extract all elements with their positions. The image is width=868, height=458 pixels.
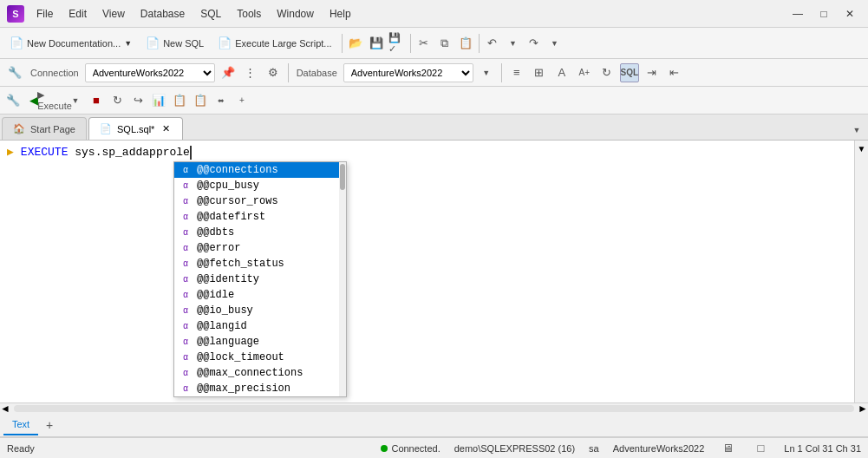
ac-item-selected[interactable]: α @@connections [174, 162, 346, 178]
toolbar-icon: 🔧 [3, 91, 23, 110]
db-dropdown[interactable]: ▼ [477, 63, 496, 82]
scroll-track[interactable] [14, 405, 854, 412]
menu-window[interactable]: Window [270, 6, 321, 22]
grid-btn[interactable]: ⊞ [530, 63, 549, 82]
step-btn[interactable]: ↪ [128, 91, 147, 110]
save-all-button[interactable]: 💾✓ [388, 34, 407, 53]
ac-var-icon-9: α [179, 304, 192, 317]
execute-list-btn[interactable]: ▼ [66, 91, 85, 110]
redo-dropdown[interactable]: ▼ [545, 34, 565, 53]
view-mode-icon[interactable]: □ [751, 439, 770, 458]
ac-item-4[interactable]: α @@dbts [174, 225, 346, 240]
output-btn[interactable]: 📋 [191, 91, 210, 110]
font-size-btn[interactable]: A+ [575, 63, 594, 82]
indent-btn[interactable]: ⇥ [643, 63, 662, 82]
connection-list[interactable]: ⋮ [241, 63, 260, 82]
main-toolbar: 📄 New Documentation... ▼ 📄 New SQL 📄 Exe… [0, 28, 868, 59]
connection-status: Connected. [381, 443, 440, 454]
bottom-tab-text[interactable]: Text [3, 415, 38, 435]
menu-sql[interactable]: SQL [193, 6, 228, 22]
menu-tools[interactable]: Tools [230, 6, 268, 22]
ac-item-9[interactable]: α @@io_busy [174, 303, 346, 318]
small-icon-1[interactable]: ⬌ [212, 91, 231, 110]
line-marker: ▶ [7, 144, 14, 161]
refresh2-btn[interactable]: ↻ [108, 91, 127, 110]
undo-button[interactable]: ↶ [483, 34, 502, 53]
editor-wrapper: ▶ EXECUTE sys. sp_addapprole α @@connect… [0, 141, 868, 402]
monitor-icon[interactable]: 🖥 [718, 439, 737, 458]
ac-label-6: @@fetch_status [197, 258, 284, 270]
new-sql-button[interactable]: 📄 New SQL [140, 31, 210, 56]
ac-var-icon-5: α [179, 242, 192, 254]
connection-options[interactable]: ⚙ [264, 63, 283, 82]
keyword-execute: EXECUTE [21, 144, 69, 161]
clock-btn[interactable]: 📊 [149, 91, 168, 110]
execute-large-script-button[interactable]: 📄 Execute Large Script... [212, 31, 337, 56]
minimize-button[interactable]: — [786, 6, 809, 22]
scroll-right-btn[interactable]: ► [858, 403, 868, 414]
menu-edit[interactable]: Edit [62, 6, 94, 22]
refresh-btn[interactable]: ↻ [597, 63, 617, 82]
sql-tab-close[interactable]: ✕ [160, 123, 172, 135]
ac-var-icon-2: α [179, 195, 192, 207]
ac-item-13[interactable]: α @@max_connections [174, 365, 346, 381]
ac-item-14[interactable]: α @@max_precision [174, 381, 346, 396]
fn-namespace: sys. [75, 144, 101, 161]
new-documentation-button[interactable]: 📄 New Documentation... ▼ [3, 31, 138, 56]
ac-label-11: @@language [197, 336, 259, 348]
open-button[interactable]: 📂 [346, 34, 365, 53]
execute-btn[interactable]: ▶ Execute [45, 91, 64, 110]
main-window: S File Edit View Database SQL Tools Wind… [0, 0, 868, 458]
ac-item-2[interactable]: α @@cursor_rows [174, 193, 346, 209]
connection-pin[interactable]: 📌 [219, 63, 238, 82]
space-1 [68, 144, 75, 161]
horizontal-scrollbar[interactable]: ◄ ► [0, 402, 868, 413]
close-button[interactable]: ✕ [839, 6, 861, 22]
tab-start-page[interactable]: 🏠 Start Page [2, 117, 87, 140]
ac-item-11[interactable]: α @@language [174, 334, 346, 350]
new-doc-dropdown-arrow[interactable]: ▼ [124, 39, 132, 48]
ac-item-12[interactable]: α @@lock_timeout [174, 350, 346, 365]
tabs-overflow-btn[interactable]: ▼ [847, 121, 866, 140]
redo-button[interactable]: ↷ [525, 34, 544, 53]
stop-btn[interactable]: ■ [87, 91, 106, 110]
ac-item-10[interactable]: α @@langid [174, 318, 346, 334]
tab-sql[interactable]: 📄 SQL.sql* ✕ [88, 117, 183, 140]
editor-line-1: ▶ EXECUTE sys. sp_addapprole [7, 144, 861, 161]
editor-content[interactable]: ▶ EXECUTE sys. sp_addapprole [0, 141, 868, 165]
cut-button[interactable]: ✂ [414, 34, 434, 53]
outdent-btn[interactable]: ⇤ [665, 63, 684, 82]
menu-database[interactable]: Database [134, 6, 192, 22]
title-bar-left: S File Edit View Database SQL Tools Wind… [7, 5, 358, 23]
ac-item-7[interactable]: α @@identity [174, 272, 346, 287]
ac-item-5[interactable]: α @@error [174, 240, 346, 256]
copy-button[interactable]: ⧉ [435, 34, 454, 53]
save-button[interactable]: 💾 [367, 34, 386, 53]
menu-help[interactable]: Help [323, 6, 358, 22]
table-btn[interactable]: 📋 [170, 91, 189, 110]
connection-select[interactable]: AdventureWorks2022 [85, 63, 215, 82]
right-gutter-btn[interactable]: ▼ [858, 144, 866, 154]
database-select[interactable]: AdventureWorks2022 [343, 63, 473, 82]
ac-var-icon-11: α [179, 336, 192, 348]
sql-mode-btn[interactable]: SQL [620, 63, 639, 82]
ac-var-icon-10: α [179, 320, 192, 332]
add-tab-btn[interactable]: + [40, 415, 59, 435]
paste-button[interactable]: 📋 [456, 34, 475, 53]
undo-dropdown[interactable]: ▼ [504, 34, 523, 53]
font-btn[interactable]: A [552, 63, 571, 82]
ac-item-1[interactable]: α @@cpu_busy [174, 178, 346, 193]
menu-file[interactable]: File [29, 6, 60, 22]
sql-tab-label: SQL.sql* [117, 124, 154, 134]
ac-item-8[interactable]: α @@idle [174, 287, 346, 303]
columns-btn[interactable]: ≡ [507, 63, 526, 82]
editor-main[interactable]: ▶ EXECUTE sys. sp_addapprole α @@connect… [0, 141, 868, 402]
ac-item-6[interactable]: α @@fetch_status [174, 256, 346, 272]
status-right: Connected. demo\SQLEXPRESS02 (16) sa Adv… [381, 439, 861, 458]
menu-view[interactable]: View [95, 6, 132, 22]
autocomplete-scrollbar[interactable] [339, 162, 346, 396]
small-icon-2[interactable]: + [232, 91, 251, 110]
maximize-button[interactable]: □ [813, 6, 835, 22]
scroll-left-btn[interactable]: ◄ [0, 403, 10, 414]
ac-item-3[interactable]: α @@datefirst [174, 209, 346, 225]
